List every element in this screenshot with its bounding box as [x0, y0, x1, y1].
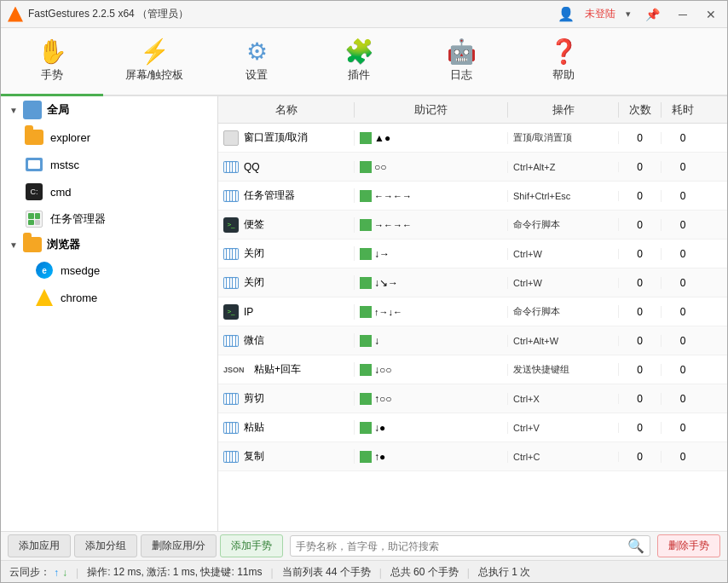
sidebar-item-taskmanager-label: 任务管理器 [50, 211, 106, 227]
main-content: ▼ 全局 explorer mstsc C: cmd [1, 96, 727, 531]
pin-button[interactable]: 📌 [641, 6, 664, 23]
cell-count-2: 0 [619, 161, 662, 173]
sidebar-item-chrome-label: chrome [61, 292, 97, 304]
cell-time-6: 0 [662, 277, 704, 289]
cell-count-11: 0 [619, 422, 662, 434]
close-button[interactable]: ✕ [702, 6, 720, 23]
table-row[interactable]: 关闭 ↓↘→ Ctrl+W 0 0 [218, 268, 727, 297]
login-dropdown-icon[interactable]: ▾ [626, 9, 631, 20]
cell-mnemonic-4: →←→← [355, 219, 508, 231]
operation-stats: 操作: 12 ms, 激活: 1 ms, 快捷键: 11ms [87, 565, 262, 580]
cell-time-2: 0 [662, 161, 704, 173]
tab-gesture[interactable]: ✋ 手势 [1, 28, 103, 96]
cell-name-5: 关闭 [218, 246, 355, 261]
tab-help[interactable]: ❓ 帮助 [512, 28, 615, 95]
table-row[interactable]: >_ IP ↑→↓← 命令行脚本 0 0 [218, 297, 727, 326]
cell-action-4: 命令行脚本 [508, 218, 619, 231]
cell-count-8: 0 [619, 335, 662, 347]
cell-count-6: 0 [619, 277, 662, 289]
tab-log-label: 日志 [450, 67, 472, 83]
title-bar-left: FastGestures 2.2.5 x64 （管理员） [8, 7, 188, 22]
green-indicator [360, 248, 372, 260]
current-list-count: 当前列表 44 个手势 [282, 565, 371, 580]
cell-time-9: 0 [662, 364, 704, 376]
cell-name-1: 窗口置顶/取消 [218, 130, 355, 146]
cell-name-8: 微信 [218, 333, 355, 348]
cell-time-1: 0 [662, 132, 704, 144]
sidebar-item-cmd[interactable]: C: cmd [1, 178, 217, 205]
cell-count-1: 0 [619, 132, 662, 144]
cell-count-7: 0 [619, 306, 662, 318]
keyboard-icon-8 [223, 451, 239, 463]
cell-count-10: 0 [619, 393, 662, 405]
add-group-button[interactable]: 添加分组 [74, 534, 137, 557]
cell-time-8: 0 [662, 335, 704, 347]
search-icon[interactable]: 🔍 [627, 538, 644, 554]
sidebar-group-global[interactable]: ▼ 全局 [1, 96, 217, 124]
chevron-down-icon: ▼ [9, 106, 18, 115]
cell-mnemonic-1: ▲● [355, 132, 508, 144]
tab-settings-label: 设置 [246, 67, 268, 83]
header-count: 次数 [619, 102, 662, 118]
table-row[interactable]: JSON 粘贴+回车 ↓○○ 发送快捷键组 0 0 [218, 355, 727, 384]
table-row[interactable]: 任务管理器 ←→←→ Shif+Ctrl+Esc 0 0 [218, 182, 727, 211]
tab-plugin[interactable]: 🧩 插件 [308, 28, 410, 95]
tab-screen[interactable]: ⚡ 屏幕/触控板 [103, 28, 205, 95]
table-row[interactable]: QQ ○○ Ctrl+Alt+Z 0 0 [218, 153, 727, 182]
add-app-button[interactable]: 添加应用 [8, 534, 71, 557]
cell-action-6: Ctrl+W [508, 278, 619, 288]
right-panel: 名称 助记符 操作 次数 耗时 窗口置顶/取消 ▲● 置顶/取消置顶 0 0 [218, 96, 727, 531]
delete-gesture-button[interactable]: 删除手势 [657, 534, 720, 557]
sidebar-item-msedge[interactable]: e msedge [1, 257, 217, 284]
table-row[interactable]: 剪切 ↑○○ Ctrl+X 0 0 [218, 384, 727, 413]
keyboard-icon-6 [223, 393, 239, 405]
global-icon [23, 101, 42, 119]
cell-action-9: 发送快捷键组 [508, 363, 619, 376]
cell-name-3: 任务管理器 [218, 188, 355, 203]
sidebar-item-taskmanager[interactable]: 任务管理器 [1, 205, 217, 233]
sync-up-icon[interactable]: ↑ [54, 567, 59, 579]
settings-icon: ⚙ [246, 40, 268, 64]
mstsc-icon [25, 155, 43, 174]
delete-app-button[interactable]: 删除应用/分 [141, 534, 217, 557]
sidebar-item-explorer[interactable]: explorer [1, 124, 217, 151]
sidebar-group-global-label: 全局 [47, 102, 69, 118]
tab-settings[interactable]: ⚙ 设置 [205, 28, 308, 95]
table-row[interactable]: 关闭 ↓→ Ctrl+W 0 0 [218, 240, 727, 268]
green-indicator [360, 306, 372, 318]
sidebar-item-chrome[interactable]: chrome [1, 284, 217, 311]
sync-down-icon[interactable]: ↓ [62, 567, 67, 579]
table-row[interactable]: 复制 ↑● Ctrl+C 0 0 [218, 442, 727, 471]
tab-help-label: 帮助 [552, 67, 575, 83]
add-gesture-button[interactable]: 添加手势 [220, 534, 283, 557]
cell-action-8: Ctrl+Alt+W [508, 336, 619, 346]
table-row[interactable]: 窗口置顶/取消 ▲● 置顶/取消置顶 0 0 [218, 124, 727, 153]
sidebar-item-msedge-label: msedge [61, 264, 100, 277]
status-bar: 云同步： ↑ ↓ | 操作: 12 ms, 激活: 1 ms, 快捷键: 11m… [1, 560, 727, 583]
cell-count-4: 0 [619, 219, 662, 231]
app-logo [8, 7, 23, 22]
cell-name-2: QQ [218, 161, 355, 173]
sidebar-item-explorer-label: explorer [50, 131, 90, 144]
cell-action-2: Ctrl+Alt+Z [508, 162, 619, 172]
browser-folder-icon [23, 237, 42, 252]
chrome-icon [35, 288, 54, 307]
cell-action-7: 命令行脚本 [508, 305, 619, 318]
login-status[interactable]: 未登陆 [585, 7, 615, 21]
table-row[interactable]: >_ 便签 →←→← 命令行脚本 0 0 [218, 211, 727, 240]
sidebar-group-browser[interactable]: ▼ 浏览器 [1, 233, 217, 257]
table-row[interactable]: 粘贴 ↓● Ctrl+V 0 0 [218, 413, 727, 442]
cell-count-5: 0 [619, 248, 662, 260]
cell-mnemonic-8: ↓ [355, 335, 508, 347]
tab-log[interactable]: 🤖 日志 [410, 28, 512, 95]
sidebar-item-mstsc[interactable]: mstsc [1, 151, 217, 178]
search-input[interactable] [296, 540, 624, 552]
cell-action-10: Ctrl+X [508, 394, 619, 404]
cell-count-12: 0 [619, 451, 662, 463]
table-row[interactable]: 微信 ↓ Ctrl+Alt+W 0 0 [218, 326, 727, 355]
green-indicator [360, 161, 372, 173]
cell-name-7: >_ IP [218, 304, 355, 320]
cell-time-12: 0 [662, 451, 704, 463]
minimize-button[interactable]: ─ [674, 6, 691, 23]
cell-name-11: 粘贴 [218, 420, 355, 435]
